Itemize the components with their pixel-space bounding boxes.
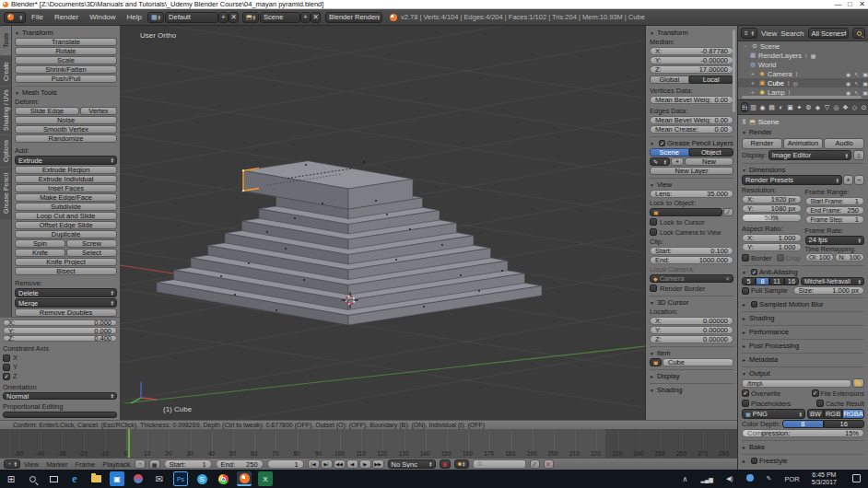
mail-icon[interactable]: ✉ [152,471,167,486]
restrict-view-icon[interactable]: ◉ [846,71,850,77]
screw-button[interactable]: Screw [66,239,117,248]
end-frame-field[interactable]: End Frame:250 [805,206,865,215]
pin-icon[interactable]: ⊼ [742,119,746,126]
weather-icon[interactable] [746,474,754,483]
task-view-button[interactable] [46,471,61,486]
panel-header-grease-pencil[interactable]: Grease Pencil Layers [667,139,733,147]
restrict-select-icon[interactable]: ↖ [854,71,859,77]
median-x-field[interactable]: X:-0.87780 [650,47,733,55]
expand-icon[interactable]: − [742,43,749,50]
operator-z-field[interactable]: Z:0.400 [3,335,117,342]
cursor-x-field[interactable]: X:0.00000 [650,317,733,325]
audio-button[interactable]: Audio [824,138,864,149]
tab-options[interactable]: Options [0,135,11,167]
eyedropper-button[interactable]: ∕ [723,208,733,216]
properties-tab-icon[interactable]: ◎ [832,102,840,112]
panel-header-render[interactable]: Render [742,128,864,136]
operator-x-field[interactable]: X:0.000 [3,320,117,326]
mean-bevel-field[interactable]: Mean Bevel Weig:0.00 [650,96,733,104]
menu-render[interactable]: Render [54,13,78,21]
panel-header-mesh-tools[interactable]: Mesh Tools [15,88,117,97]
res-y-field[interactable]: Y:1080 px [742,204,802,213]
item-name-field[interactable]: Cube [663,358,733,366]
remap-new-field[interactable]: N:100 [835,253,864,261]
compression-slider[interactable]: Compression:15% [742,429,864,437]
overwrite-checkbox[interactable] [742,389,749,397]
minimize-button[interactable]: — [832,0,844,8]
file-explorer-icon[interactable] [88,471,103,486]
aspect-y-field[interactable]: Y:1.000 [742,243,802,251]
notification-center-icon[interactable] [852,474,861,484]
layout-delete-button[interactable]: ✕ [229,12,239,23]
timeline-icon-button-1[interactable]: ◔ [135,459,146,469]
outliner-editor-type-button[interactable]: ≡▴▾ [741,28,757,39]
tab-shading-uvs[interactable]: Shading / UVs [0,87,11,134]
properties-tab-icon[interactable]: ▥ [749,102,757,112]
knife-button[interactable]: Knife [15,249,65,257]
outliner-row-renderlayers[interactable]: ▦RenderLayers|▦ [738,51,868,60]
panel-header-dimensions[interactable]: Dimensions [742,166,864,174]
bisect-button[interactable]: Bisect [15,267,117,275]
extrude-dropdown[interactable]: Extrude▴▾ [15,156,117,165]
panel-header-post-processing[interactable]: Post Processing [742,342,864,350]
crop-checkbox[interactable] [777,254,784,261]
animation-button[interactable]: Animation [783,138,824,149]
gp-draw-mode-dropdown[interactable]: ✎▴▾ [650,157,670,166]
restrict-render-icon[interactable]: ▣ [862,89,868,96]
color-mode-bw[interactable]: BW [807,409,824,419]
smooth-vertex-button[interactable]: Smooth Vertex [15,125,117,134]
color-depth-8[interactable]: 8 [782,420,823,428]
translate-button[interactable]: Translate [15,38,117,46]
scene-add-button[interactable]: + [300,12,311,23]
global-toggle[interactable]: Global [650,76,689,84]
restrict-select-icon[interactable]: ↖ [854,89,859,96]
npanel-scrollbar[interactable] [733,29,735,112]
panel-header-display[interactable]: Display [650,372,733,380]
render-button[interactable]: Render [742,138,782,149]
clip-start-field[interactable]: Start:0.100 [650,247,733,255]
axis-y-checkbox[interactable] [3,364,10,371]
spin-button[interactable]: Spin [15,239,65,248]
outliner-row-cube[interactable]: +▣Cube|◎◉↖▣ [738,78,868,87]
expand-icon[interactable]: + [749,80,757,87]
restrict-view-icon[interactable]: ◉ [846,89,850,96]
file-format-dropdown[interactable]: ▦PNG▴▾ [742,409,805,419]
taskbar-search-button[interactable] [25,471,40,486]
current-frame-field[interactable]: 1 [267,459,304,469]
layout-add-button[interactable]: + [218,12,229,23]
play-button[interactable]: ▶ [359,459,371,469]
output-path-field[interactable]: /tmp\ [742,379,851,388]
res-x-field[interactable]: X:1920 px [742,195,802,203]
timeline-editor-type-button[interactable]: ◔▴▾ [4,459,20,469]
blender-taskbar-icon[interactable] [237,471,252,486]
rotate-button[interactable]: Rotate [15,47,117,55]
median-z-field[interactable]: Z:17.00000 [650,65,733,74]
keying-set-field[interactable]: ⚿ [473,459,526,469]
screen-layout-icon-button[interactable]: ▦▴▾ [147,12,164,23]
edge-icon[interactable]: e [67,471,82,486]
properties-tab-icon[interactable]: ✦ [795,102,803,112]
properties-tab-icon[interactable]: ▣ [786,102,794,112]
render-engine-select[interactable]: Blender Render▴▾ [325,12,382,23]
panel-header-transform-n[interactable]: Transform [650,29,733,37]
viewport-3d[interactable]: User Ortho (1) Cube [120,26,645,420]
clear-icon[interactable]: ✕ [725,275,730,282]
language-indicator[interactable]: POR [784,475,799,483]
mean-crease-field[interactable]: Mean Crease:0.00 [650,125,733,134]
restrict-view-icon[interactable]: ◉ [846,80,850,87]
jump-to-end-button[interactable]: ▶| [321,459,333,469]
gp-add-button[interactable]: + [671,157,684,166]
outliner-menu-view[interactable]: View [761,29,777,38]
jump-to-start-button[interactable]: |◀ [308,459,320,469]
proportional-editing-dropdown[interactable] [3,412,117,418]
gp-source-object[interactable]: Object [689,148,734,157]
outliner-hscrollbar[interactable] [742,96,862,99]
preset-add-button[interactable]: + [843,175,853,185]
grease-pencil-checkbox[interactable] [659,140,665,146]
file-browse-button[interactable] [852,378,864,388]
keying-mode-dropdown[interactable]: ▴▾ [454,459,469,469]
panel-header-shading[interactable]: Shading [650,386,733,394]
median-y-field[interactable]: Y:-0.00000 [650,56,733,64]
tab-create[interactable]: Create [0,56,11,86]
expand-icon[interactable]: + [749,71,757,77]
